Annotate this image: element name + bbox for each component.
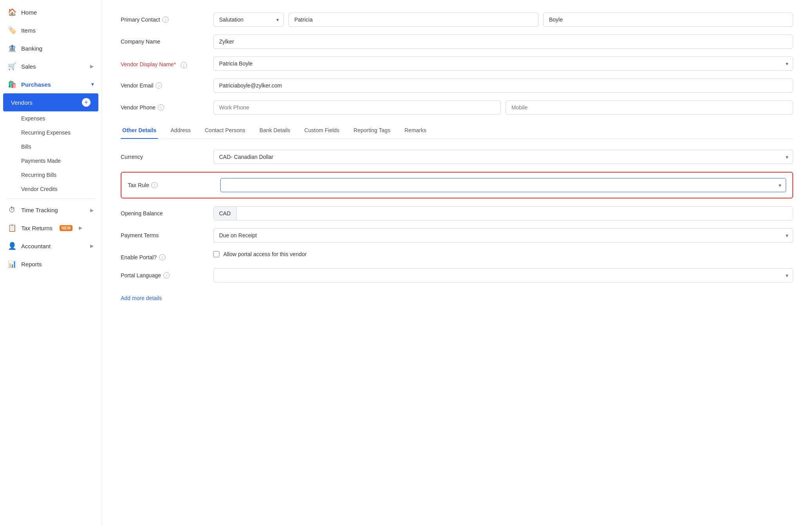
time-tracking-icon: ⏱ xyxy=(8,206,16,214)
tab-address[interactable]: Address xyxy=(169,122,192,139)
tax-rule-info-icon[interactable]: i xyxy=(151,182,158,188)
vendor-display-name-select[interactable]: Patricia Boyle xyxy=(213,56,793,71)
sidebar-item-recurring-bills[interactable]: Recurring Bills xyxy=(0,168,102,182)
accountant-icon: 👤 xyxy=(8,242,16,250)
detail-tabs: Other Details Address Contact Persons Ba… xyxy=(121,122,793,139)
work-phone-input[interactable] xyxy=(213,100,501,115)
sidebar-item-label: Accountant xyxy=(21,243,51,249)
tab-other-details[interactable]: Other Details xyxy=(121,122,158,139)
tax-rule-select[interactable] xyxy=(220,178,786,192)
chevron-right-icon: ▶ xyxy=(90,64,94,69)
company-name-input[interactable] xyxy=(213,35,793,49)
sidebar-item-expenses[interactable]: Expenses xyxy=(0,111,102,126)
banking-icon: 🏦 xyxy=(8,44,16,53)
opening-balance-label: Opening Balance xyxy=(121,206,207,217)
first-name-input[interactable] xyxy=(288,13,538,27)
sidebar-item-label: Banking xyxy=(21,45,42,52)
main-content: Primary Contact i Salutation Mr. Mrs. Ms… xyxy=(102,0,812,526)
enable-portal-row: Enable Portal? i Allow portal access for… xyxy=(121,250,793,260)
sidebar-divider xyxy=(6,198,95,199)
currency-label: Currency xyxy=(121,150,207,160)
opening-balance-input[interactable] xyxy=(237,207,793,220)
vendor-email-label: Vendor Email i xyxy=(121,78,207,89)
tax-rule-label: Tax Rule i xyxy=(128,182,214,188)
portal-checkbox[interactable] xyxy=(213,251,219,257)
plus-icon[interactable]: + xyxy=(82,98,91,107)
last-name-input[interactable] xyxy=(543,13,793,27)
tab-contact-persons[interactable]: Contact Persons xyxy=(203,122,247,139)
sidebar-item-vendors[interactable]: Vendors + xyxy=(3,93,98,111)
tab-reporting-tags[interactable]: Reporting Tags xyxy=(352,122,392,139)
currency-prefix: CAD xyxy=(214,207,237,220)
vendor-display-name-fields: Patricia Boyle xyxy=(213,56,793,71)
enable-portal-info-icon[interactable]: i xyxy=(159,254,165,260)
sidebar-item-items[interactable]: 🏷️ Items xyxy=(0,21,102,39)
vendor-email-input[interactable] xyxy=(213,78,793,93)
sidebar-item-payments-made[interactable]: Payments Made xyxy=(0,154,102,168)
sidebar-item-sales[interactable]: 🛒 Sales ▶ xyxy=(0,57,102,75)
enable-portal-fields: Allow portal access for this vendor xyxy=(213,250,793,257)
sidebar-item-home[interactable]: 🏠 Home xyxy=(0,3,102,21)
vendor-display-name-info-icon[interactable]: i xyxy=(181,62,187,68)
sidebar-item-label: Home xyxy=(21,9,37,16)
sidebar-item-label: Reports xyxy=(21,261,42,268)
sidebar-item-reports[interactable]: 📊 Reports xyxy=(0,255,102,273)
company-name-fields xyxy=(213,35,793,49)
sidebar-item-purchases[interactable]: 🛍️ Purchases ▾ xyxy=(0,75,102,93)
sidebar-item-bills[interactable]: Bills xyxy=(0,140,102,154)
tab-bank-details[interactable]: Bank Details xyxy=(258,122,292,139)
new-badge: NEW xyxy=(60,225,72,231)
tab-remarks[interactable]: Remarks xyxy=(403,122,428,139)
tax-rule-highlighted-row: Tax Rule i ▾ xyxy=(121,172,793,198)
primary-contact-row: Primary Contact i Salutation Mr. Mrs. Ms… xyxy=(121,13,793,27)
vendor-email-row: Vendor Email i xyxy=(121,78,793,93)
chevron-down-icon: ▾ xyxy=(91,82,94,87)
sidebar-item-label: Vendors xyxy=(11,99,33,106)
sidebar: 🏠 Home 🏷️ Items 🏦 Banking 🛒 Sales ▶ 🛍️ P… xyxy=(0,0,102,526)
items-icon: 🏷️ xyxy=(8,26,16,35)
sidebar-item-label: Vendor Credits xyxy=(21,186,58,192)
salutation-wrapper: Salutation Mr. Mrs. Ms. Dr. xyxy=(213,13,284,27)
vendor-phone-fields xyxy=(213,100,793,115)
currency-fields: CAD- Canadian Dollar xyxy=(213,150,793,164)
vendor-phone-info-icon[interactable]: i xyxy=(158,104,164,111)
currency-select[interactable]: CAD- Canadian Dollar xyxy=(213,150,793,164)
sidebar-item-accountant[interactable]: 👤 Accountant ▶ xyxy=(0,237,102,255)
portal-language-select[interactable] xyxy=(213,268,793,282)
sidebar-item-label: Time Tracking xyxy=(21,207,58,213)
primary-contact-fields: Salutation Mr. Mrs. Ms. Dr. xyxy=(213,13,793,27)
vendor-phone-row: Vendor Phone i xyxy=(121,100,793,115)
portal-language-info-icon[interactable]: i xyxy=(163,272,170,278)
tab-custom-fields[interactable]: Custom Fields xyxy=(303,122,341,139)
tax-returns-icon: 📋 xyxy=(8,224,16,232)
sidebar-item-label: Bills xyxy=(21,144,31,150)
mobile-input[interactable] xyxy=(506,100,793,115)
sidebar-item-time-tracking[interactable]: ⏱ Time Tracking ▶ xyxy=(0,201,102,219)
chevron-right-icon: ▶ xyxy=(79,225,82,231)
home-icon: 🏠 xyxy=(8,8,16,16)
company-name-row: Company Name xyxy=(121,35,793,49)
portal-language-label: Portal Language i xyxy=(121,268,207,278)
salutation-select[interactable]: Salutation Mr. Mrs. Ms. Dr. xyxy=(213,13,284,27)
vendor-display-name-label: Vendor Display Name* i xyxy=(121,56,207,68)
portal-language-row: Portal Language i xyxy=(121,268,793,282)
sidebar-item-label: Recurring Bills xyxy=(21,172,56,178)
vendor-email-fields xyxy=(213,78,793,93)
add-more-details-link[interactable]: Add more details xyxy=(121,295,162,301)
sidebar-item-label: Sales xyxy=(21,63,36,70)
sidebar-item-label: Payments Made xyxy=(21,158,61,164)
opening-balance-fields: CAD xyxy=(213,206,793,220)
primary-contact-info-icon[interactable]: i xyxy=(162,16,169,23)
vendor-email-info-icon[interactable]: i xyxy=(156,82,162,89)
currency-row: Currency CAD- Canadian Dollar xyxy=(121,150,793,164)
sidebar-item-tax-returns[interactable]: 📋 Tax Returns NEW ▶ xyxy=(0,219,102,237)
currency-select-wrapper: CAD- Canadian Dollar xyxy=(213,150,793,164)
opening-balance-row: Opening Balance CAD xyxy=(121,206,793,220)
sidebar-item-recurring-expenses[interactable]: Recurring Expenses xyxy=(0,126,102,140)
sidebar-item-vendor-credits[interactable]: Vendor Credits xyxy=(0,182,102,196)
payment-terms-row: Payment Terms Due on Receipt Net 15 Net … xyxy=(121,228,793,242)
sales-icon: 🛒 xyxy=(8,62,16,71)
sidebar-item-banking[interactable]: 🏦 Banking xyxy=(0,39,102,57)
payment-terms-select[interactable]: Due on Receipt Net 15 Net 30 Net 60 xyxy=(213,228,793,242)
payment-terms-label: Payment Terms xyxy=(121,228,207,238)
